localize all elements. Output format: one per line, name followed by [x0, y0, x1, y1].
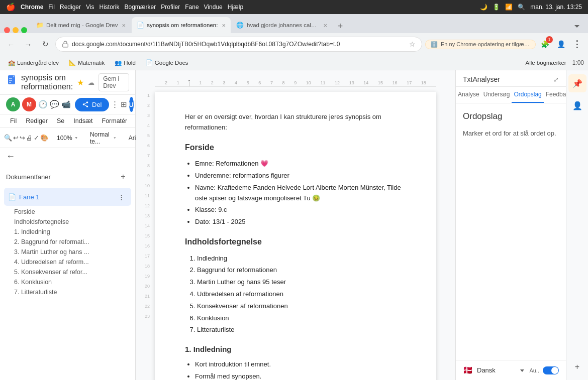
- minimize-window-btn[interactable]: [13, 27, 19, 33]
- style-select[interactable]: Normal te...: [86, 132, 120, 145]
- tab-ordopslag[interactable]: Ordopslag: [512, 87, 543, 103]
- forside-heading: Forside: [185, 141, 406, 154]
- menu-formater[interactable]: Formatér: [98, 115, 132, 126]
- fane-menu-btn[interactable]: ⋮: [115, 191, 127, 203]
- bookmark-google-docs[interactable]: 📄 Google Docs: [142, 58, 192, 68]
- outline-item-konsekvenser[interactable]: 5. Konsekvenser af refor...: [0, 267, 135, 277]
- menu-se[interactable]: Se: [53, 115, 68, 126]
- docs-title-area: synopsis om reformationen:: [21, 73, 73, 91]
- lang-flag: 🇩🇰: [463, 365, 473, 375]
- chrome-menu-btn[interactable]: ⋮: [570, 37, 584, 51]
- svg-rect-2: [9, 78, 12, 79]
- undo-btn[interactable]: ↩: [13, 132, 19, 145]
- reload-btn[interactable]: ↻: [38, 37, 52, 51]
- tab-docs-close[interactable]: ×: [222, 22, 226, 29]
- tab-search-close[interactable]: ×: [323, 22, 327, 29]
- current-user-avatar[interactable]: U: [129, 97, 134, 112]
- outline-item-indhold[interactable]: Indholdsfortegnelse: [0, 217, 135, 227]
- fane-item[interactable]: 📄 Fane 1 ⋮: [4, 188, 131, 206]
- search-icon[interactable]: 🔍: [518, 4, 525, 11]
- outline-item-indledning[interactable]: 1. Indledning: [0, 227, 135, 237]
- zoom-value: 100%: [57, 135, 72, 142]
- toggle-track[interactable]: [543, 366, 559, 374]
- menu-rediger[interactable]: Rediger: [60, 4, 81, 11]
- all-bookmarks-btn[interactable]: Alle bogmærker: [525, 60, 566, 66]
- share-btn[interactable]: Del: [75, 98, 109, 111]
- spellcheck-btn[interactable]: ✓: [34, 132, 39, 145]
- doc-intro: Her er en oversigt over, hvordan I kan s…: [185, 112, 406, 133]
- resize-icon[interactable]: ⤢: [553, 76, 559, 83]
- right-panel-note-btn[interactable]: 📌: [568, 74, 586, 92]
- right-panel-person-btn[interactable]: 👤: [568, 96, 586, 114]
- menu-chrome[interactable]: Chrome: [21, 4, 43, 11]
- expand-btn[interactable]: ⊞: [121, 97, 127, 112]
- menu-bogmaerker[interactable]: Bogmærker: [125, 4, 156, 11]
- save-in-drive-btn[interactable]: Gem i Drev: [99, 73, 129, 91]
- zoom-select[interactable]: 100%: [53, 132, 81, 145]
- outline-item-forside[interactable]: Forside: [0, 207, 135, 217]
- more-btn[interactable]: ⋮: [111, 97, 119, 112]
- tab-strip-menu[interactable]: [570, 19, 584, 33]
- outline-item-martin[interactable]: 3. Martin Luther og hans ...: [0, 247, 135, 257]
- document-area[interactable]: 1 2 3 4 5 6 7 8 9 10 11 12 13 14 15 16 1…: [136, 70, 455, 380]
- bookmark-matematik[interactable]: 📐 Matematik: [65, 58, 109, 68]
- outline-item-konklusion[interactable]: 6. Konklusion: [0, 277, 135, 287]
- docs-doc-title[interactable]: synopsis om reformationen:: [21, 73, 73, 91]
- maximize-window-btn[interactable]: [21, 27, 27, 33]
- menu-fil[interactable]: Fil: [6, 115, 21, 126]
- menu-fane[interactable]: Fane: [185, 4, 199, 11]
- add-fane-btn[interactable]: +: [117, 171, 129, 183]
- txt-analyser-tabs: Analyse Undersøg Ordopslag Feedback: [456, 87, 566, 103]
- search-toolbar-btn[interactable]: 🔍: [4, 132, 12, 145]
- redo-btn[interactable]: ↪: [20, 132, 25, 145]
- chat-btn[interactable]: 💬: [50, 97, 59, 112]
- right-panel-add-btn[interactable]: +: [568, 358, 586, 376]
- back-btn[interactable]: ←: [6, 151, 15, 162]
- lang-dropdown-btn[interactable]: [519, 367, 525, 373]
- history-btn[interactable]: 🕐: [38, 97, 48, 112]
- new-tab-btn[interactable]: +: [333, 19, 347, 33]
- fane-doc-icon: 📄: [8, 193, 16, 201]
- close-window-btn[interactable]: [4, 27, 10, 33]
- menu-vis[interactable]: Vis: [86, 4, 94, 11]
- bookmark-lundergaard[interactable]: 🏫 Lundergård elev: [4, 58, 63, 68]
- tab-gdrive-close[interactable]: ×: [122, 22, 126, 29]
- update-notification[interactable]: ℹ️ En ny Chrome-opdatering er tilgængeli…: [425, 40, 536, 49]
- paint-format-btn[interactable]: 🎨: [40, 132, 48, 145]
- bookmark-star-icon[interactable]: ☆: [409, 40, 416, 48]
- outline-item-baggrund[interactable]: 2. Baggrund for reformati...: [0, 237, 135, 247]
- tab-analyse[interactable]: Analyse: [456, 87, 481, 103]
- address-input[interactable]: docs.google.com/document/d/1I1BwNDtjTB0r…: [55, 37, 422, 52]
- menu-hjaelp[interactable]: Hjælp: [228, 4, 243, 11]
- menu-rediger[interactable]: Rediger: [22, 115, 52, 126]
- forward-btn[interactable]: →: [21, 37, 35, 51]
- tab-undersog[interactable]: Undersøg: [481, 87, 512, 103]
- extensions-btn[interactable]: 🧩 1: [538, 37, 552, 51]
- back-btn[interactable]: ←: [4, 37, 18, 51]
- apple-menu[interactable]: 🍎: [6, 3, 16, 12]
- print-btn[interactable]: 🖨: [26, 132, 33, 145]
- profile-btn[interactable]: 👤: [554, 37, 568, 51]
- menu-fil[interactable]: Fil: [48, 4, 55, 11]
- tab-search[interactable]: 🌐 hvad gjorde johannes calvin i ×: [232, 17, 332, 33]
- menu-profiler[interactable]: Profiler: [161, 4, 180, 11]
- outline-item-litt[interactable]: 7. Litteraturliste: [0, 287, 135, 297]
- menu-historik[interactable]: Historik: [100, 4, 120, 11]
- bookmark-hold[interactable]: 👥 Hold: [111, 58, 140, 68]
- line-20: 20: [140, 281, 150, 291]
- tab-docs-favicon: 📄: [137, 22, 144, 29]
- line-14: 14: [140, 221, 150, 231]
- update-text: En ny Chrome-opdatering er tilgængelig: [441, 41, 530, 47]
- menu-indsaet[interactable]: Indsæt: [69, 115, 96, 126]
- moon-icon: 🌙: [480, 4, 487, 11]
- tab-gdrive[interactable]: 📁 Delt med mig - Google Drev ×: [31, 17, 131, 33]
- lang-label: Dansk: [477, 366, 515, 374]
- document-page[interactable]: Her er en oversigt over, hvordan I kan s…: [155, 92, 436, 380]
- forside-item-3: Klasse: 9.c: [195, 205, 406, 215]
- tab-docs[interactable]: 📄 synopsis om reformationen: ×: [132, 17, 231, 33]
- outline-item-udbredelse[interactable]: 4. Udbredelsen af reform...: [0, 257, 135, 267]
- docs-menubar: Fil Rediger Se Indsæt Formatér Værktøjer…: [0, 114, 135, 128]
- meet-btn[interactable]: 📹: [61, 97, 71, 112]
- menu-vindue[interactable]: Vindue: [204, 4, 223, 11]
- star-icon[interactable]: ★: [77, 78, 84, 87]
